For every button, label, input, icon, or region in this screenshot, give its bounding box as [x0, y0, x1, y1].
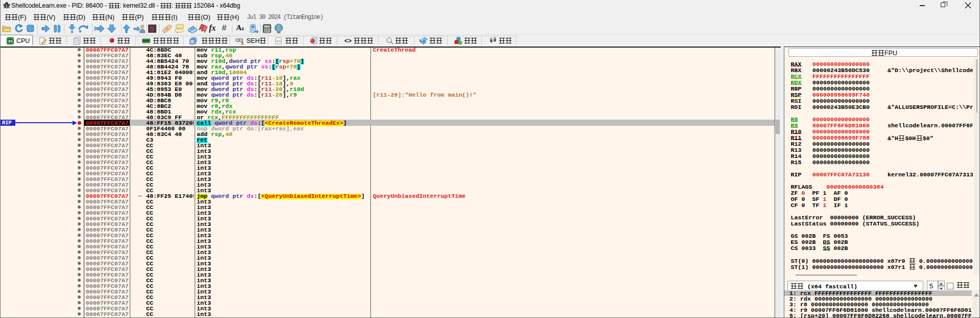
svg-text:<>: <> — [344, 38, 352, 44]
svg-text:!: ! — [242, 41, 243, 44]
svg-text:<>: <> — [276, 39, 281, 43]
svg-text:64: 64 — [8, 39, 12, 43]
